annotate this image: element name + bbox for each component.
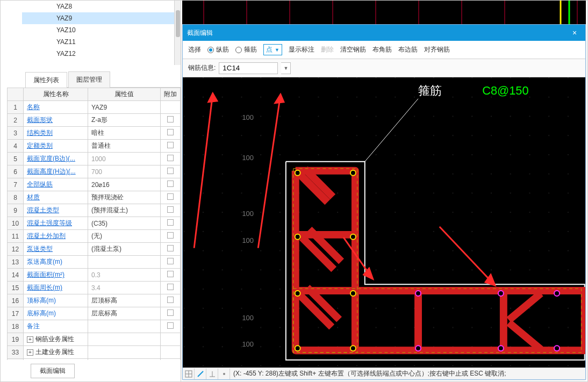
property-grid[interactable]: 属性名称 属性值 附加 1名称YAZ92截面形状Z-a形3结构类别暗柱4定额类别… bbox=[7, 88, 181, 360]
property-value[interactable]: 1000 bbox=[88, 153, 161, 165]
property-value[interactable] bbox=[88, 256, 161, 269]
rebar-info-dropdown[interactable]: ▼ bbox=[281, 62, 291, 74]
property-attach[interactable] bbox=[161, 101, 181, 114]
property-row[interactable]: 15截面周长(m)3.4 bbox=[8, 282, 181, 294]
tab-property-list[interactable]: 属性列表 bbox=[25, 72, 67, 89]
component-tree[interactable]: YAZ8 YAZ9 YAZ10 YAZ11 YAZ12 bbox=[22, 1, 175, 65]
tree-item[interactable]: YAZ12 bbox=[22, 48, 175, 60]
tool-select[interactable]: 选择 bbox=[188, 45, 201, 54]
expand-icon[interactable]: + bbox=[27, 349, 33, 356]
property-row[interactable]: 9混凝土类型(预拌混凝土) bbox=[8, 204, 181, 217]
property-attach[interactable] bbox=[161, 217, 181, 230]
chevron-down-icon: ▼ bbox=[275, 47, 279, 53]
property-attach[interactable] bbox=[161, 140, 181, 153]
property-name: 名称 bbox=[24, 101, 88, 114]
property-row[interactable]: 12泵送类型(混凝土泵) bbox=[8, 243, 181, 256]
property-value[interactable] bbox=[88, 320, 161, 333]
sb-ortho-icon[interactable] bbox=[195, 369, 206, 379]
tree-item[interactable]: YAZ10 bbox=[22, 24, 175, 36]
property-attach[interactable] bbox=[161, 127, 181, 140]
property-attach[interactable] bbox=[161, 114, 181, 127]
property-value[interactable]: (C35) bbox=[88, 217, 161, 230]
property-row[interactable]: 10混凝土强度等级(C35) bbox=[8, 217, 181, 230]
property-attach[interactable] bbox=[161, 256, 181, 269]
property-row[interactable]: 8材质预拌现浇砼 bbox=[8, 191, 181, 204]
tool-align-rebar[interactable]: 对齐钢筋 bbox=[424, 45, 450, 54]
property-value[interactable]: 预拌现浇砼 bbox=[88, 191, 161, 204]
close-icon[interactable]: × bbox=[568, 28, 581, 37]
dropdown-label: 点 bbox=[266, 45, 273, 54]
section-canvas[interactable]: 箍筋 C8@150 100 100 100 100 100 100 bbox=[183, 77, 585, 367]
property-row[interactable]: 2截面形状Z-a形 bbox=[8, 114, 181, 127]
radio-longitudinal[interactable]: 纵筋 bbox=[207, 45, 229, 54]
property-row[interactable]: 40+显示样式 bbox=[8, 359, 181, 361]
radio-stirrup[interactable]: 箍筋 bbox=[235, 45, 257, 54]
property-attach[interactable] bbox=[161, 191, 181, 204]
property-value[interactable]: (预拌混凝土) bbox=[88, 204, 161, 217]
tool-edge-rebar[interactable]: 布边筋 bbox=[398, 45, 418, 54]
property-row[interactable]: 3结构类别暗柱 bbox=[8, 127, 181, 140]
property-value[interactable]: 3.4 bbox=[88, 282, 161, 294]
property-row[interactable]: 5截面宽度(B边)(...1000 bbox=[8, 153, 181, 165]
property-attach[interactable] bbox=[161, 204, 181, 217]
property-value[interactable]: 暗柱 bbox=[88, 127, 161, 140]
property-row[interactable]: 14截面面积(m²)0.3 bbox=[8, 269, 181, 282]
rebar-info-input[interactable] bbox=[219, 62, 278, 74]
property-row[interactable]: 7全部纵筋20⌀16 bbox=[8, 178, 181, 191]
property-value[interactable]: 普通柱 bbox=[88, 140, 161, 153]
sb-snap-icon[interactable] bbox=[218, 369, 230, 379]
property-attach[interactable] bbox=[161, 294, 181, 307]
property-attach[interactable] bbox=[161, 320, 181, 333]
property-attach[interactable] bbox=[161, 307, 181, 320]
section-edit-button[interactable]: 截面编辑 bbox=[31, 364, 75, 378]
tab-layer-manage[interactable]: 图层管理 bbox=[68, 71, 110, 88]
property-attach[interactable] bbox=[161, 178, 181, 191]
property-value[interactable]: YAZ9 bbox=[88, 101, 161, 114]
property-row[interactable]: 1名称YAZ9 bbox=[8, 101, 181, 114]
app-root: YAZ8 YAZ9 YAZ10 YAZ11 YAZ12 属性列表 图层管理 属性… bbox=[0, 0, 588, 382]
property-row[interactable]: 18备注 bbox=[8, 320, 181, 333]
property-attach[interactable] bbox=[161, 359, 181, 361]
property-value[interactable]: 层底标高 bbox=[88, 307, 161, 320]
tree-item[interactable]: YAZ9 bbox=[22, 12, 175, 24]
property-value[interactable]: (无) bbox=[88, 230, 161, 243]
sb-perp-icon[interactable] bbox=[206, 369, 218, 379]
property-value[interactable]: 20⌀16 bbox=[88, 178, 161, 191]
tree-item[interactable]: YAZ11 bbox=[22, 36, 175, 48]
expand-icon[interactable]: + bbox=[27, 336, 33, 343]
property-attach[interactable] bbox=[161, 165, 181, 178]
property-attach[interactable] bbox=[161, 333, 181, 346]
property-value[interactable]: 700 bbox=[88, 165, 161, 178]
property-attach[interactable] bbox=[161, 153, 181, 165]
property-row[interactable]: 13泵送高度(m) bbox=[8, 256, 181, 269]
property-attach[interactable] bbox=[161, 282, 181, 294]
property-row[interactable]: 17底标高(m)层底标高 bbox=[8, 307, 181, 320]
property-row[interactable]: 19+钢筋业务属性 bbox=[8, 333, 181, 346]
property-value[interactable]: 层顶标高 bbox=[88, 294, 161, 307]
tree-scrollbar[interactable] bbox=[174, 1, 181, 65]
tool-delete[interactable]: 删除 bbox=[321, 45, 334, 54]
property-value[interactable] bbox=[88, 359, 161, 361]
tool-clear-rebar[interactable]: 清空钢筋 bbox=[340, 45, 366, 54]
tree-item[interactable]: YAZ8 bbox=[22, 1, 175, 12]
dialog-titlebar[interactable]: 截面编辑 × bbox=[183, 25, 585, 41]
point-mode-dropdown[interactable]: 点 ▼ bbox=[263, 44, 282, 55]
property-value[interactable]: Z-a形 bbox=[88, 114, 161, 127]
property-row[interactable]: 4定额类别普通柱 bbox=[8, 140, 181, 153]
property-attach[interactable] bbox=[161, 269, 181, 282]
property-attach[interactable] bbox=[161, 230, 181, 243]
property-value[interactable] bbox=[88, 346, 161, 359]
property-value[interactable] bbox=[88, 333, 161, 346]
property-row[interactable]: 16顶标高(m)层顶标高 bbox=[8, 294, 181, 307]
property-value[interactable]: (混凝土泵) bbox=[88, 243, 161, 256]
property-attach[interactable] bbox=[161, 346, 181, 359]
tool-show-dim[interactable]: 显示标注 bbox=[289, 45, 314, 54]
property-row[interactable]: 33+土建业务属性 bbox=[8, 346, 181, 359]
row-index: 9 bbox=[8, 204, 24, 217]
tool-corner-rebar[interactable]: 布角筋 bbox=[372, 45, 392, 54]
sb-grid-icon[interactable] bbox=[183, 369, 195, 379]
property-attach[interactable] bbox=[161, 243, 181, 256]
property-row[interactable]: 6截面高度(H边)(...700 bbox=[8, 165, 181, 178]
property-value[interactable]: 0.3 bbox=[88, 269, 161, 282]
property-row[interactable]: 11混凝土外加剂(无) bbox=[8, 230, 181, 243]
